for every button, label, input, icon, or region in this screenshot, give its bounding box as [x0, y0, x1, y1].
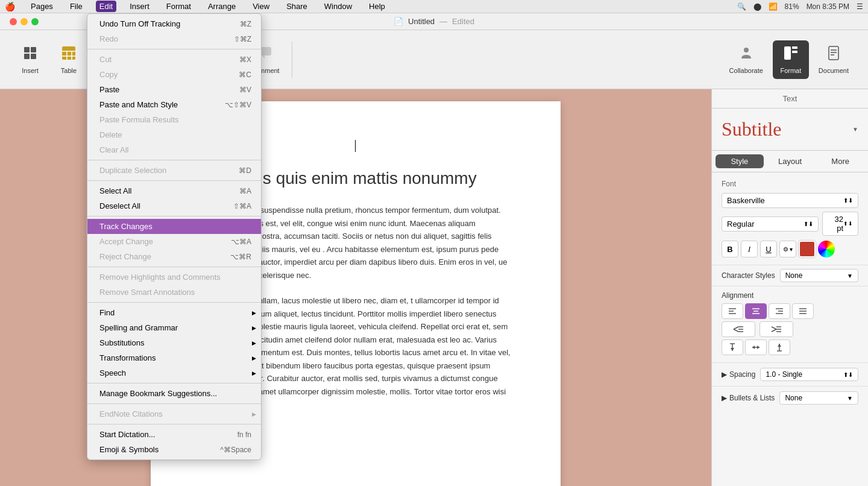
menubar-pages[interactable]: Pages [27, 1, 57, 12]
maximize-button[interactable] [31, 18, 39, 25]
spacing-select[interactable]: 1.0 - Single ⬆⬇ [760, 368, 858, 381]
battery-indicator: 81% [785, 2, 799, 11]
doc-icon: 📄 [394, 17, 403, 26]
menu-undo-shortcut: ⌘Z [240, 20, 251, 28]
bold-button[interactable]: B [722, 241, 738, 257]
toolbar-insert[interactable]: Insert [12, 40, 48, 79]
valign-bottom-button[interactable] [769, 339, 790, 355]
menu-undo-label: Undo Turn Off Tracking [99, 19, 180, 28]
font-size-value: 32 pt [828, 215, 843, 233]
align-center-button[interactable] [745, 303, 767, 319]
indent-decrease-button[interactable] [722, 321, 755, 337]
text-color-swatch[interactable] [799, 241, 816, 257]
menu-track-changes[interactable]: Track Changes [87, 219, 261, 234]
menu-speech[interactable]: Speech [87, 365, 261, 380]
font-size-stepper-icon: ⬆⬇ [843, 221, 853, 227]
bullets-chevron-icon: ▼ [847, 395, 853, 402]
menu-transformations[interactable]: Transformations [87, 350, 261, 365]
menu-cut: Cut ⌘X [87, 52, 261, 67]
subtitle-chevron-icon[interactable]: ▼ [852, 126, 858, 133]
svg-line-36 [734, 327, 738, 329]
svg-rect-0 [24, 47, 30, 52]
color-wheel-button[interactable] [818, 241, 835, 257]
bullets-label: ▶ Bullets & Lists [722, 394, 775, 402]
bullets-select[interactable]: None ▼ [779, 391, 858, 405]
tab-more[interactable]: More [816, 154, 864, 168]
insert-label: Insert [22, 67, 39, 74]
menubar-share[interactable]: Share [283, 1, 311, 12]
menu-reject-change-shortcut: ⌥⌘R [230, 253, 251, 261]
underline-button[interactable]: U [760, 241, 777, 257]
menu-select-all[interactable]: Select All ⌘A [87, 183, 261, 198]
table-label: Table [61, 67, 77, 74]
menu-find[interactable]: Find [87, 305, 261, 320]
indent-increase-button[interactable] [760, 321, 793, 337]
char-styles-label: Character Styles [722, 271, 775, 280]
menu-emoji-symbols-label: Emoji & Symbols [99, 445, 159, 454]
spacing-section: ▶ Spacing 1.0 - Single ⬆⬇ [712, 363, 868, 387]
italic-button[interactable]: I [741, 241, 758, 257]
menu-deselect-all-shortcut: ⇧⌘A [233, 202, 251, 210]
align-left-button[interactable] [722, 303, 743, 319]
menu-paste-formula-label: Paste Formula Results [99, 115, 179, 124]
notification-icon[interactable]: ☰ [857, 2, 863, 11]
font-name-selector[interactable]: Baskerville ⬆⬇ [722, 193, 858, 208]
menu-redo-label: Redo [99, 34, 118, 43]
menu-deselect-all[interactable]: Deselect All ⇧⌘A [87, 198, 261, 213]
separator-2 [87, 160, 261, 160]
font-style-selector[interactable]: Regular ⬆⬇ [722, 216, 819, 232]
menu-reject-change-label: Reject Change [99, 252, 151, 261]
menubar-window[interactable]: Window [321, 1, 356, 12]
bullets-section: ▶ Bullets & Lists None ▼ [712, 387, 868, 409]
menubar-help[interactable]: Help [365, 1, 389, 12]
font-style-row: Regular ⬆⬇ 32 pt ⬆⬇ [722, 212, 858, 236]
bullets-value: None [785, 394, 802, 402]
menubar-file[interactable]: File [66, 1, 86, 12]
tab-layout[interactable]: Layout [766, 154, 814, 168]
font-name-chevron-icon: ⬆⬇ [843, 197, 853, 204]
align-justify-button[interactable] [792, 303, 814, 319]
menu-substitutions[interactable]: Substitutions [87, 335, 261, 350]
apple-menu[interactable]: 🍎 [5, 2, 15, 11]
menu-paste[interactable]: Paste ⌘V [87, 82, 261, 97]
collaborate-icon [738, 45, 754, 65]
menu-start-dictation[interactable]: Start Dictation... fn fn [87, 427, 261, 442]
menu-manage-bookmarks[interactable]: Manage Bookmark Suggestions... [87, 386, 261, 401]
font-size-input[interactable]: 32 pt ⬆⬇ [822, 212, 858, 236]
menu-spelling-grammar[interactable]: Spelling and Grammar [87, 320, 261, 335]
menubar-arrange[interactable]: Arrange [204, 1, 239, 12]
menu-paste-match[interactable]: Paste and Match Style ⌥⇧⌘V [87, 97, 261, 112]
minimize-button[interactable] [20, 18, 28, 25]
valign-top-button[interactable] [722, 339, 743, 355]
menu-emoji-symbols[interactable]: Emoji & Symbols ^⌘Space [87, 442, 261, 457]
menubar-insert[interactable]: Insert [126, 1, 153, 12]
siri-icon[interactable]: ⬤ [753, 2, 761, 11]
menu-select-all-label: Select All [99, 186, 131, 195]
menu-undo[interactable]: Undo Turn Off Tracking ⌘Z [87, 16, 261, 31]
spacing-expand-icon[interactable]: ▶ [722, 370, 727, 379]
toolbar-format[interactable]: Format [773, 40, 809, 79]
char-styles-select[interactable]: None ▼ [780, 269, 858, 282]
close-button[interactable] [10, 18, 17, 25]
menubar-view[interactable]: View [249, 1, 273, 12]
toolbar-document[interactable]: Document [811, 40, 856, 79]
separator-9 [87, 424, 261, 424]
tab-style[interactable]: Style [715, 154, 764, 168]
separator-3 [87, 180, 261, 181]
insert-icon [22, 45, 38, 65]
valign-middle-button[interactable] [745, 339, 767, 355]
menu-speech-label: Speech [99, 368, 126, 377]
toolbar-collaborate[interactable]: Collaborate [722, 40, 770, 79]
toolbar-divider [292, 42, 292, 78]
menu-emoji-symbols-shortcut: ^⌘Space [220, 446, 251, 454]
menubar-format[interactable]: Format [163, 1, 195, 12]
menu-clear-all: Clear All [87, 142, 261, 157]
align-row-3 [722, 339, 858, 355]
spotlight-icon[interactable]: 🔍 [737, 2, 746, 11]
menubar-edit[interactable]: Edit [96, 1, 116, 12]
align-right-button[interactable] [769, 303, 790, 319]
more-text-format-button[interactable]: ⚙ ▾ [779, 241, 796, 257]
toolbar-table[interactable]: Table [51, 40, 87, 79]
collaborate-label: Collaborate [729, 67, 763, 74]
bullets-expand-icon[interactable]: ▶ [722, 394, 727, 402]
